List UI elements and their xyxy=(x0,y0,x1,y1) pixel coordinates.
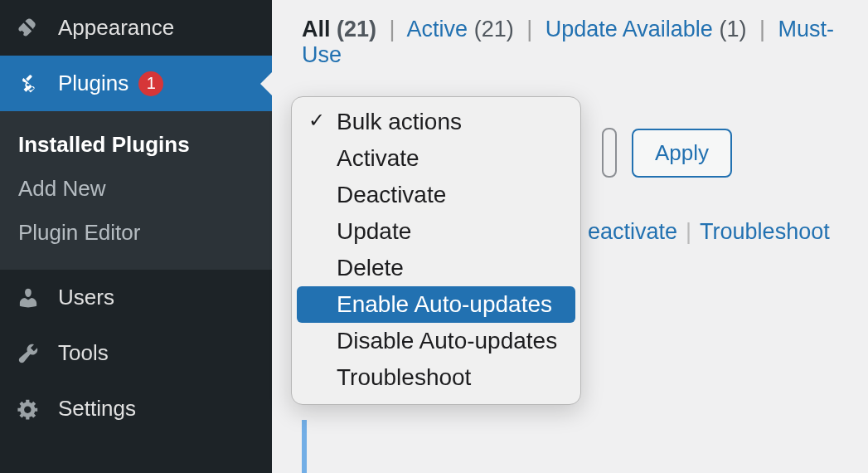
sidebar-item-tools[interactable]: Tools xyxy=(0,325,272,381)
apply-button[interactable]: Apply xyxy=(632,129,732,178)
sliders-icon xyxy=(17,397,46,421)
sidebar-item-users[interactable]: Users xyxy=(0,270,272,325)
plugin-row-actions: eactivate | Troubleshoot xyxy=(588,219,868,245)
user-icon xyxy=(17,286,46,310)
dropdown-update[interactable]: Update xyxy=(297,213,575,250)
sidebar-item-appearance[interactable]: Appearance xyxy=(0,0,272,56)
filter-update-available[interactable]: Update Available (1) xyxy=(546,17,747,41)
bulk-select-edge[interactable] xyxy=(602,128,617,178)
submenu-plugin-editor[interactable]: Plugin Editor xyxy=(0,211,272,255)
separator: | xyxy=(526,17,532,41)
update-badge: 1 xyxy=(138,71,163,96)
sidebar-label: Plugins xyxy=(58,71,129,96)
bulk-actions-dropdown: Bulk actions Activate Deactivate Update … xyxy=(291,96,581,405)
dropdown-enable-auto-updates[interactable]: Enable Auto-updates xyxy=(297,286,575,323)
separator: | xyxy=(686,219,691,245)
sidebar-label: Appearance xyxy=(58,15,174,41)
dropdown-deactivate[interactable]: Deactivate xyxy=(297,177,575,213)
filter-links: All (21) | Active (21) | Update Availabl… xyxy=(302,17,868,68)
admin-sidebar: Appearance Plugins 1 Installed Plugins A… xyxy=(0,0,272,473)
deactivate-link[interactable]: eactivate xyxy=(588,219,677,245)
dropdown-bulk-actions[interactable]: Bulk actions xyxy=(297,104,575,140)
sidebar-item-settings[interactable]: Settings xyxy=(0,381,272,436)
submenu-installed-plugins[interactable]: Installed Plugins xyxy=(0,123,272,167)
sidebar-label: Users xyxy=(58,285,114,310)
plugins-submenu: Installed Plugins Add New Plugin Editor xyxy=(0,111,272,270)
separator: | xyxy=(759,17,765,41)
submenu-add-new[interactable]: Add New xyxy=(0,167,272,211)
dropdown-troubleshoot[interactable]: Troubleshoot xyxy=(297,359,575,396)
sidebar-label: Settings xyxy=(58,396,136,422)
separator: | xyxy=(390,17,395,41)
main-content: All (21) | Active (21) | Update Availabl… xyxy=(272,0,868,473)
wrench-icon xyxy=(17,342,46,365)
filter-active[interactable]: Active (21) xyxy=(407,17,514,41)
dropdown-disable-auto-updates[interactable]: Disable Auto-updates xyxy=(297,323,575,359)
sidebar-label: Tools xyxy=(58,340,109,366)
dropdown-activate[interactable]: Activate xyxy=(297,140,575,177)
sidebar-item-plugins[interactable]: Plugins 1 xyxy=(0,56,272,111)
active-plugin-indicator xyxy=(302,420,307,473)
dropdown-delete[interactable]: Delete xyxy=(297,250,575,286)
troubleshoot-link[interactable]: Troubleshoot xyxy=(700,219,830,245)
brush-icon xyxy=(17,17,46,40)
filter-all[interactable]: All (21) xyxy=(302,17,376,41)
plugin-icon xyxy=(17,72,46,95)
